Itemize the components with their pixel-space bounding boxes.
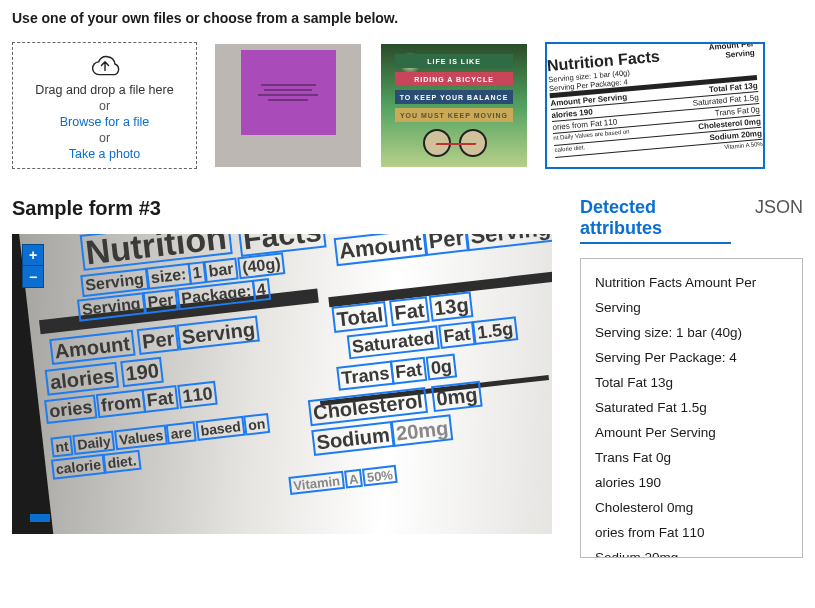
tab-json[interactable]: JSON [755, 197, 803, 221]
ocr-box: on [243, 413, 270, 436]
ocr-box: ories [44, 394, 97, 424]
ocr-box: size: [146, 263, 192, 290]
ocr-box: nt [50, 435, 73, 457]
take-photo-link[interactable]: Take a photo [69, 147, 141, 161]
ocr-box: Serving [176, 316, 260, 351]
detected-attribute-item: Amount Per Serving [595, 421, 788, 446]
ocr-box: 20mg [391, 414, 454, 447]
detected-attribute-item: Serving size: 1 bar (40g) [595, 321, 788, 346]
minimap-indicator[interactable] [30, 514, 50, 522]
or-text-1: or [99, 99, 110, 113]
detected-attribute-item: Nutrition Facts Amount Per Serving [595, 271, 788, 321]
detected-attributes-list: Nutrition Facts Amount Per ServingServin… [580, 258, 803, 558]
ocr-box: Amount [334, 234, 428, 266]
sample-thumb-2[interactable]: LIFE IS LIKE RIDING A BICYCLE TO KEEP YO… [379, 42, 529, 169]
sample-thumb-1[interactable] [213, 42, 363, 169]
ocr-box: alories [45, 362, 120, 396]
ocr-box: 0mg [431, 381, 483, 412]
zoom-controls: + − [22, 244, 44, 288]
result-tabs: Detected attributes JSON [580, 197, 803, 244]
ocr-box: Saturated [347, 325, 440, 359]
drag-drop-label: Drag and drop a file here [35, 83, 173, 97]
ocr-box: 110 [177, 381, 218, 409]
strip-text-3: TO KEEP YOUR BALANCE [395, 90, 513, 104]
ocr-box: bar [203, 258, 238, 284]
file-dropzone[interactable]: Drag and drop a file here or Browse for … [12, 42, 197, 169]
sample-row: Drag and drop a file here or Browse for … [12, 42, 803, 169]
zoom-in-button[interactable]: + [22, 244, 44, 266]
ocr-box: from [96, 389, 146, 418]
ocr-box: Amount [49, 330, 135, 365]
browse-file-link[interactable]: Browse for a file [60, 115, 150, 129]
ocr-box: Serving [465, 234, 552, 251]
ocr-box: Sodium [311, 421, 395, 456]
detected-attribute-item: alories 190 [595, 471, 788, 496]
document-image: Nutrition Facts Serving size: 1 bar (40g… [18, 234, 552, 534]
detected-attribute-item: Trans Fat 0g [595, 446, 788, 471]
ocr-box: 190 [120, 357, 164, 388]
ocr-box: 50% [362, 465, 398, 487]
ocr-box: Trans [336, 361, 394, 391]
instruction-text: Use one of your own files or choose from… [12, 10, 803, 26]
ocr-box: A [344, 469, 363, 489]
thumb3-right-hdr: Amount Per Serving [684, 42, 755, 63]
image-viewer: + − Nutrition Facts Serving size: 1 bar … [12, 234, 552, 534]
detected-attribute-item: Sodium 20mg [595, 546, 788, 558]
ocr-box: (40g) [237, 252, 285, 279]
strip-text-1: LIFE IS LIKE [395, 54, 513, 68]
tab-detected-attributes[interactable]: Detected attributes [580, 197, 731, 244]
strip-text-4: YOU MUST KEEP MOVING [395, 108, 513, 122]
detected-attribute-item: Saturated Fat 1.5g [595, 396, 788, 421]
ocr-box: Per [137, 325, 180, 355]
zoom-out-button[interactable]: − [22, 266, 44, 288]
ocr-box: Fat [389, 296, 430, 326]
ocr-box: based [195, 416, 245, 441]
detected-attribute-item: ories from Fat 110 [595, 521, 788, 546]
ocr-box: diet. [103, 450, 142, 474]
ocr-box: Fat [438, 321, 475, 349]
detected-attribute-item: Cholesterol 0mg [595, 496, 788, 521]
sample-thumb-3[interactable]: Nutrition Facts Serving size: 1 bar (40g… [545, 42, 765, 169]
ocr-box: 4 [252, 278, 271, 302]
ocr-box: Daily [72, 431, 115, 456]
ocr-box: Total [331, 301, 388, 333]
cloud-upload-icon [88, 51, 122, 77]
detected-attribute-item: Serving Per Package: 4 [595, 346, 788, 371]
ocr-box: 1.5g [472, 316, 518, 345]
ocr-box: are [166, 421, 197, 444]
strip-text-2: RIDING A BICYCLE [395, 72, 513, 86]
ocr-box: 0g [426, 353, 458, 380]
ocr-box: Fat [141, 385, 178, 413]
or-text-2: or [99, 131, 110, 145]
detected-attribute-item: Total Fat 13g [595, 371, 788, 396]
ocr-box: Fat [390, 357, 427, 385]
ocr-box: Per [143, 289, 179, 315]
ocr-box: Vitamin [288, 471, 344, 495]
ocr-box: Per [423, 234, 469, 256]
ocr-box: 13g [429, 291, 474, 322]
selected-sample-title: Sample form #3 [12, 197, 552, 220]
ocr-box: calorie [51, 454, 106, 480]
ocr-box: Values [114, 425, 168, 451]
